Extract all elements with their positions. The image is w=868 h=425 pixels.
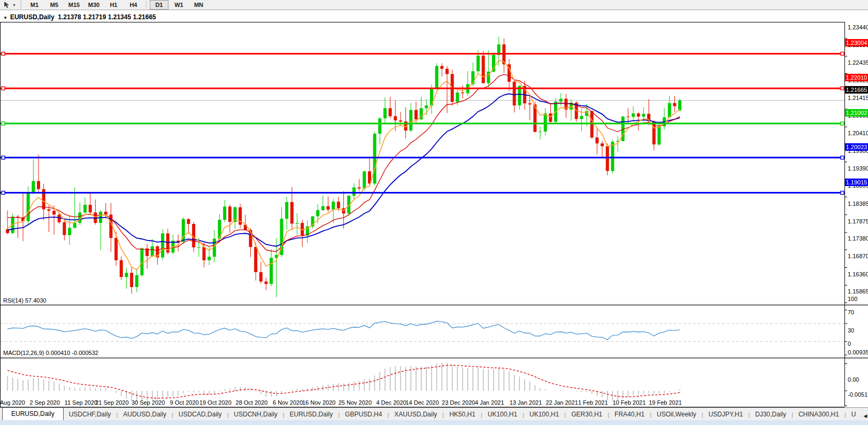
date-axis-label: 4 Dec 2020 xyxy=(374,399,409,406)
candle-body xyxy=(228,206,232,222)
candle-body xyxy=(27,192,30,221)
toolbar-grip[interactable] xyxy=(20,1,21,9)
candle-body xyxy=(52,211,56,214)
tab-scroll-left-icon[interactable]: ◀ xyxy=(863,413,867,419)
window-bottom-strip xyxy=(0,420,868,425)
candle-body xyxy=(425,105,428,108)
candle-body xyxy=(254,247,257,272)
chart-tab-eurusd-daily[interactable]: EURUSD,Daily xyxy=(2,407,64,421)
candle-body xyxy=(482,56,485,83)
line-drag-handle[interactable] xyxy=(841,122,844,125)
candle-body xyxy=(161,234,164,258)
candle-body xyxy=(611,142,614,171)
line-drag-handle[interactable] xyxy=(2,156,5,159)
line-drag-handle[interactable] xyxy=(841,191,844,195)
chart-tab-usdcnh-daily[interactable]: USDCNH,Daily xyxy=(228,408,282,421)
candle-body xyxy=(290,202,294,223)
price-axis-label: 1.15865 xyxy=(848,288,868,295)
chart-tab-ger30-h1[interactable]: GER30,H1 xyxy=(566,408,608,421)
candle-body xyxy=(657,126,660,144)
timeframe-button-w1[interactable]: W1 xyxy=(170,0,188,10)
timeframe-button-h4[interactable]: H4 xyxy=(124,0,143,10)
cursor-tool-dropdown-caret[interactable]: ▼ xyxy=(12,3,16,7)
chart-window: ▼EURUSD,Daily 1.21378 1.21719 1.21345 1.… xyxy=(0,11,868,407)
date-axis-label: 6 Nov 2020 xyxy=(270,399,305,406)
line-drag-handle[interactable] xyxy=(841,52,844,55)
line-drag-handle[interactable] xyxy=(2,87,5,90)
price-level-badge: 1.20023 xyxy=(845,143,868,151)
date-axis-label: 9 Oct 2020 xyxy=(167,399,202,406)
candle-body xyxy=(539,132,542,132)
chart-tab-uk100-h1[interactable]: UK100,H1 xyxy=(482,408,523,421)
candle-body xyxy=(47,210,50,211)
price-axis-label: 1.16870 xyxy=(848,253,868,259)
rsi-line xyxy=(7,321,680,340)
line-drag-handle[interactable] xyxy=(841,156,844,159)
chart-tab-china300-h1[interactable]: CHINA300,H1 xyxy=(793,408,844,421)
price-level-badge: 1.19015 xyxy=(845,179,868,186)
timeframe-button-m30[interactable]: M30 xyxy=(85,0,103,10)
top-toolbar: ▼ M1M5M15M30H1H4D1W1MN xyxy=(0,0,868,10)
candle-body xyxy=(477,56,480,71)
chart-tab-xauusd-daily[interactable]: XAUUSD,Daily xyxy=(389,408,442,421)
candle-body xyxy=(358,188,361,189)
chart-tab-uk100-h1[interactable]: UK100,H1 xyxy=(524,408,564,421)
cursor-crosshair-icon[interactable] xyxy=(2,1,12,9)
chart-canvas[interactable] xyxy=(0,11,868,407)
candle-body xyxy=(492,55,495,72)
chart-menu-icon[interactable]: ▼ xyxy=(3,16,7,20)
timeframe-button-m1[interactable]: M1 xyxy=(25,0,44,10)
chart-tab-u[interactable]: U xyxy=(846,408,862,421)
date-axis-label: 24 Aug 2020 xyxy=(0,399,26,406)
date-axis-label: 11 Sep 2020 xyxy=(63,399,98,406)
candle-body xyxy=(78,212,81,223)
chart-tab-bar: EURUSD,DailyUSDCHF,Daily|AUDUSD,Daily|US… xyxy=(0,407,868,421)
candle-body xyxy=(120,260,123,277)
price-axis-label: 1.23440 xyxy=(848,24,868,30)
toolbar-separator xyxy=(146,1,147,9)
price-level-badge: 1.21002 xyxy=(845,109,868,117)
date-axis-label: 1 Feb 2021 xyxy=(575,399,611,406)
candle-body xyxy=(332,202,335,210)
price-axis-label: 1.21415 xyxy=(848,95,868,101)
candle-body xyxy=(265,282,268,284)
candle-body xyxy=(259,272,263,282)
macd-axis-label: 0.00 xyxy=(848,376,868,383)
price-axis-label: 1.20410 xyxy=(848,130,868,136)
candle-body xyxy=(321,206,325,210)
candle-body xyxy=(37,181,40,189)
candle-body xyxy=(399,120,402,121)
timeframe-button-mn[interactable]: MN xyxy=(189,0,208,10)
chart-tab-usdchf-daily[interactable]: USDCHF,Daily xyxy=(64,408,117,421)
timeframe-button-m15[interactable]: M15 xyxy=(65,0,83,10)
candle-body xyxy=(32,181,35,192)
chart-tab-gbpusd-h4[interactable]: GBPUSD,H4 xyxy=(340,408,387,421)
date-axis-label: 30 Sep 2020 xyxy=(130,399,166,406)
candle-body xyxy=(595,137,598,143)
chart-tab-usoil-weekly[interactable]: USOil,Weekly xyxy=(651,408,702,421)
chart-tab-hk50-h1[interactable]: HK50,H1 xyxy=(444,408,481,421)
chart-tab-eurusd-daily[interactable]: EURUSD,Daily xyxy=(285,408,339,421)
candle-body xyxy=(223,206,226,220)
date-axis-label: 19 Oct 2020 xyxy=(198,399,233,406)
line-drag-handle[interactable] xyxy=(2,122,5,125)
line-drag-handle[interactable] xyxy=(2,52,5,55)
chart-tab-fra40-h1[interactable]: FRA40,H1 xyxy=(609,408,650,421)
line-drag-handle[interactable] xyxy=(2,191,5,195)
candle-body xyxy=(83,205,87,212)
macd-axis-label: 0.009354 xyxy=(848,349,868,356)
candle-body xyxy=(296,223,299,223)
chart-tab-dj30-daily[interactable]: DJ30,Daily xyxy=(750,408,792,421)
macd-signal-line xyxy=(7,365,680,398)
chart-tab-audusd-daily[interactable]: AUDUSD,Daily xyxy=(118,408,172,421)
chart-tab-usdcad-daily[interactable]: USDCAD,Daily xyxy=(173,408,227,421)
price-level-badge: 1.23004 xyxy=(845,39,868,47)
timeframe-button-d1[interactable]: D1 xyxy=(150,0,168,10)
date-axis-label: 4 Jan 2021 xyxy=(472,399,507,406)
price-axis-label: 1.17380 xyxy=(848,235,868,242)
timeframe-button-h1[interactable]: H1 xyxy=(104,0,123,10)
line-drag-handle[interactable] xyxy=(841,87,844,90)
timeframe-button-m5[interactable]: M5 xyxy=(45,0,64,10)
chart-tab-usdjpy-h1[interactable]: USDJPY,H1 xyxy=(703,408,748,421)
macd-axis-label: -0.005156 xyxy=(848,391,868,398)
